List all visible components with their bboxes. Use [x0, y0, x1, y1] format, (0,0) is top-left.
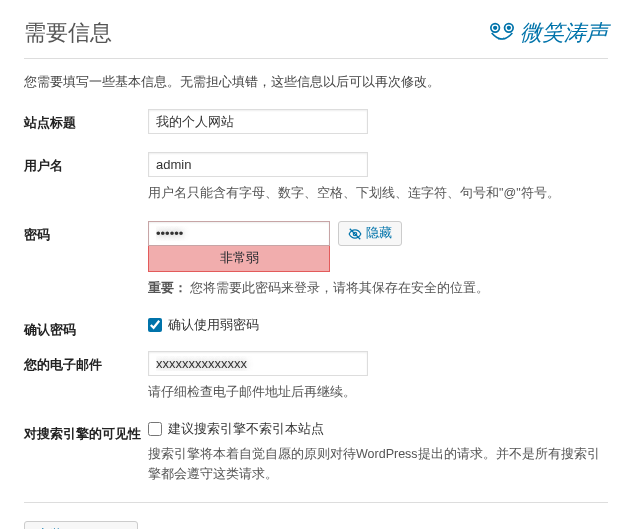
seo-noindex-row[interactable]: 建议搜索引擎不索引本站点: [148, 420, 608, 438]
hide-button-label: 隐藏: [366, 225, 392, 242]
intro-text: 您需要填写一些基本信息。无需担心填错，这些信息以后可以再次修改。: [24, 73, 608, 91]
seo-noindex-label: 建议搜索引擎不索引本站点: [168, 420, 324, 438]
brand-logo: code 微笑涛声: [488, 18, 608, 48]
username-label: 用户名: [24, 152, 148, 175]
eye-slash-icon: [348, 227, 362, 241]
confirm-weak-label: 确认使用弱密码: [168, 316, 259, 334]
hide-password-button[interactable]: 隐藏: [338, 221, 402, 246]
svg-text:code: code: [498, 36, 506, 41]
monkey-icon: code: [488, 21, 516, 45]
email-label: 您的电子邮件: [24, 351, 148, 374]
password-strength-meter: 非常弱: [148, 246, 330, 272]
page-title: 需要信息: [24, 18, 112, 48]
seo-visibility-label: 对搜索引擎的可见性: [24, 420, 148, 443]
username-input[interactable]: [148, 152, 368, 177]
brand-text: 微笑涛声: [520, 18, 608, 48]
site-title-label: 站点标题: [24, 109, 148, 132]
username-hint: 用户名只能含有字母、数字、空格、下划线、连字符、句号和"@"符号。: [148, 183, 608, 203]
svg-point-3: [508, 27, 511, 30]
confirm-weak-checkbox[interactable]: [148, 318, 162, 332]
install-wordpress-button[interactable]: 安装WordPress: [24, 521, 138, 529]
password-hint: 重要： 您将需要此密码来登录，请将其保存在安全的位置。: [148, 278, 608, 298]
svg-point-2: [494, 27, 497, 30]
site-title-input[interactable]: [148, 109, 368, 134]
email-hint: 请仔细检查电子邮件地址后再继续。: [148, 382, 608, 402]
email-input[interactable]: [148, 351, 368, 376]
seo-noindex-checkbox[interactable]: [148, 422, 162, 436]
password-label: 密码: [24, 221, 148, 244]
confirm-weak-row[interactable]: 确认使用弱密码: [148, 316, 608, 334]
seo-hint: 搜索引擎将本着自觉自愿的原则对待WordPress提出的请求。并不是所有搜索引擎…: [148, 444, 608, 484]
password-input[interactable]: [148, 221, 330, 246]
confirm-password-label: 确认密码: [24, 316, 148, 339]
